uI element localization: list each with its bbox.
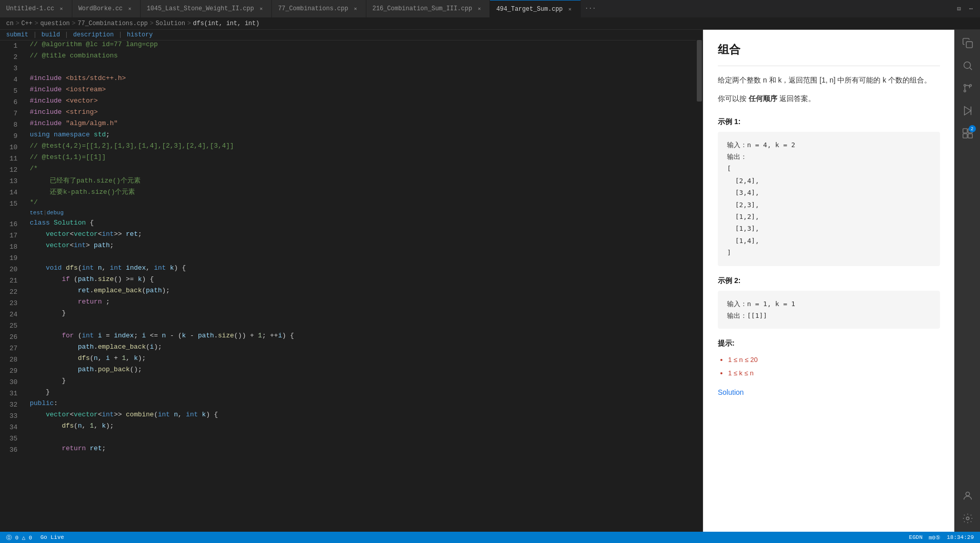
- account-sidebar-icon[interactable]: [958, 487, 977, 505]
- solution-link[interactable]: Solution: [718, 388, 940, 396]
- breadcrumb-function[interactable]: dfs(int, int, int): [193, 20, 260, 27]
- line-4: 4 #include <bits/stdc++.h>: [0, 74, 696, 86]
- description-link[interactable]: description: [73, 31, 113, 38]
- tab-actions: ⊟ ⋯: [954, 4, 980, 14]
- constraint-1: 1 ≤ n ≤ 20: [728, 353, 940, 367]
- line-25: 25: [0, 320, 696, 332]
- cursor-position[interactable]: m0⑤: [929, 534, 940, 541]
- breadcrumb-cn[interactable]: cn: [6, 20, 13, 27]
- tab-wordborke[interactable]: WordBorke.cc ✕: [72, 0, 141, 18]
- line-2: 2 // @title combinations: [0, 52, 696, 63]
- test-link[interactable]: test: [30, 210, 43, 219]
- main-layout: submit | build | description | history 1…: [0, 30, 980, 532]
- tab-1045[interactable]: 1045_Last_Stone_Weight_II.cpp ✕: [141, 0, 272, 18]
- line-5: 5 #include <iostream>: [0, 86, 696, 97]
- debug-link[interactable]: debug: [47, 210, 64, 219]
- go-live[interactable]: Go Live: [41, 534, 64, 540]
- svg-point-12: [966, 517, 969, 520]
- settings-sidebar-icon[interactable]: [958, 509, 977, 528]
- constraints-list: 1 ≤ n ≤ 20 1 ≤ k ≤ n: [718, 353, 940, 380]
- code-editor[interactable]: submit | build | description | history 1…: [0, 30, 696, 532]
- line-33: 33 vector<vector<int>> combine(int n, in…: [0, 411, 696, 422]
- tab-bar: Untitled-1.cc ✕ WordBorke.cc ✕ 1045_Last…: [0, 0, 980, 18]
- line-30: 30 }: [0, 377, 696, 388]
- line-13: 13 已经有了path.size()个元素: [0, 176, 696, 187]
- split-editor-icon[interactable]: ⊟: [954, 4, 964, 14]
- svg-point-2: [964, 85, 966, 87]
- line-22: 22 ret.emplace_back(path);: [0, 287, 696, 298]
- divider-1: [718, 66, 940, 66]
- line-19: 19: [0, 253, 696, 264]
- extensions-sidebar-icon[interactable]: 2: [958, 124, 977, 143]
- line-17: 17 vector<vector<int>> ret;: [0, 230, 696, 242]
- tab-close[interactable]: ✕: [475, 5, 483, 13]
- build-link[interactable]: build: [42, 31, 60, 38]
- sidebar: 2: [954, 30, 980, 532]
- line-34: 34 dfs(n, 1, k);: [0, 422, 696, 433]
- line-24: 24 }: [0, 309, 696, 320]
- svg-point-4: [969, 85, 971, 87]
- svg-point-3: [964, 90, 966, 92]
- encoding-status[interactable]: EGDN: [909, 534, 923, 541]
- line-26: 26 for (int i = index; i <= n - (k - pat…: [0, 332, 696, 343]
- tab-494[interactable]: 494_Target_Sum.cpp ✕: [490, 0, 581, 18]
- line-21: 21 if (path.size() >= k) {: [0, 275, 696, 287]
- constraint-2: 1 ≤ k ≤ n: [728, 367, 940, 380]
- tab-overflow[interactable]: ···: [581, 5, 600, 12]
- example2-box: 输入：n = 1, k = 1 输出：[[1]]: [718, 291, 940, 329]
- line-36: 36 return ret;: [0, 445, 696, 456]
- tab-close[interactable]: ✕: [351, 5, 360, 13]
- example1-title: 示例 1:: [718, 117, 940, 127]
- problem-title: 组合: [718, 42, 940, 57]
- tab-close[interactable]: ✕: [57, 5, 66, 13]
- right-panel: 组合 给定两个整数 n 和 k，返回范围 [1, n] 中所有可能的 k 个数的…: [703, 30, 954, 532]
- history-link[interactable]: history: [127, 31, 152, 38]
- breadcrumb-cpp[interactable]: C++: [22, 20, 33, 27]
- editor-scrollbar[interactable]: [696, 30, 703, 532]
- git-status[interactable]: ⓪ 0 △ 0: [6, 534, 32, 541]
- line-18: 18 vector<int> path;: [0, 242, 696, 253]
- tab-77[interactable]: 77_Combinations.cpp ✕: [272, 0, 366, 18]
- tab-label: Untitled-1.cc: [6, 5, 54, 12]
- git-sidebar-icon[interactable]: [958, 79, 977, 97]
- line-28: 28 dfs(n, i + 1, k);: [0, 354, 696, 366]
- line-31: 31 }: [0, 388, 696, 399]
- search-sidebar-icon[interactable]: [958, 56, 977, 75]
- problem-desc-1: 给定两个整数 n 和 k，返回范围 [1, n] 中所有可能的 k 个数的组合。: [718, 74, 940, 87]
- tab-close[interactable]: ✕: [126, 5, 134, 13]
- line-test-debug: test | debug: [0, 210, 696, 219]
- svg-rect-7: [963, 129, 967, 133]
- tab-untitled[interactable]: Untitled-1.cc ✕: [0, 0, 72, 18]
- copy-sidebar-icon[interactable]: [958, 34, 977, 52]
- more-actions-icon[interactable]: ⋯: [966, 4, 976, 14]
- line-8: 8 #include "algm/algm.h": [0, 119, 696, 131]
- line-14: 14 还要k-path.size()个元素: [0, 187, 696, 198]
- tab-close[interactable]: ✕: [257, 5, 265, 13]
- tab-label: 77_Combinations.cpp: [278, 5, 348, 12]
- breadcrumb-file[interactable]: 77_Combinations.cpp: [77, 20, 148, 27]
- breadcrumb-solution[interactable]: Solution: [155, 20, 185, 27]
- problem-desc-2: 你可以按 任何顺序 返回答案。: [718, 93, 940, 105]
- tab-label: 1045_Last_Stone_Weight_II.cpp: [147, 5, 254, 12]
- svg-rect-9: [963, 134, 967, 138]
- status-bar: ⓪ 0 △ 0 Go Live EGDN m0⑤ 18:34:29: [0, 532, 980, 543]
- submit-link[interactable]: submit: [6, 31, 28, 38]
- example2-title: 示例 2:: [718, 276, 940, 286]
- tab-label: WordBorke.cc: [79, 5, 123, 12]
- line-29: 29 path.pop_back();: [0, 366, 696, 377]
- constraints-title: 提示:: [718, 339, 940, 348]
- tab-close[interactable]: ✕: [566, 5, 574, 13]
- breadcrumb-question[interactable]: question: [40, 20, 70, 27]
- line-7: 7 #include <string>: [0, 108, 696, 119]
- line-12: 12 /*: [0, 165, 696, 176]
- status-right: EGDN m0⑤ 18:34:29: [909, 534, 974, 541]
- scrollbar-thumb[interactable]: [697, 40, 702, 102]
- tab-216[interactable]: 216_Combination_Sum_III.cpp ✕: [366, 0, 490, 18]
- run-sidebar-icon[interactable]: [958, 102, 977, 120]
- line-10: 10 // @test(4,2)=[[1,2],[1,3],[1,4],[2,3…: [0, 142, 696, 153]
- line-1: 1 // @algorithm @lc id=77 lang=cpp: [0, 41, 696, 52]
- line-32: 32 public:: [0, 399, 696, 411]
- line-35: 35: [0, 433, 696, 445]
- line-23: 23 return ;: [0, 298, 696, 309]
- svg-rect-0: [966, 42, 972, 48]
